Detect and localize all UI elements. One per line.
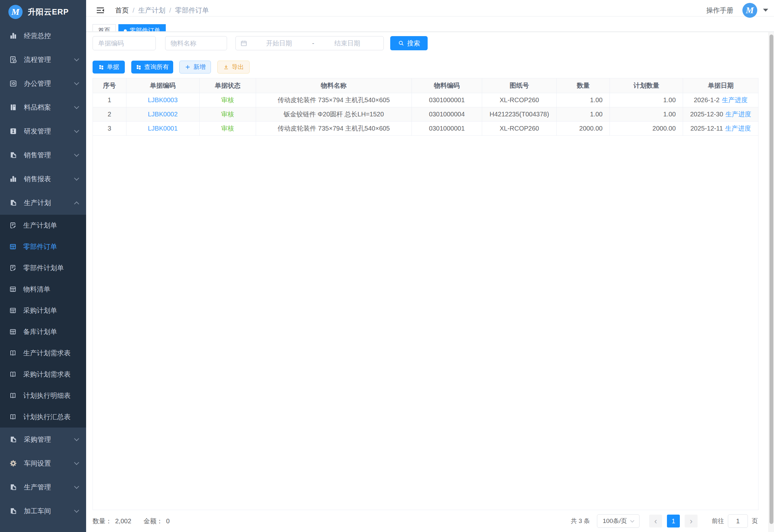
flow-doc-icon [9, 55, 17, 64]
material-name-cell: 传动皮轮装件 735×794 主机孔540×605 [256, 121, 412, 135]
sidebar-item-workshop-settings[interactable]: 车间设置 [0, 451, 86, 475]
col-header-drawing-no: 图纸号 [482, 78, 557, 93]
table-icon [9, 285, 17, 293]
sidebar-item-plan-exec-summary[interactable]: 计划执行汇总表 [0, 406, 86, 428]
pages-icon [9, 483, 17, 491]
pages-icon [9, 435, 17, 444]
avatar[interactable]: M [742, 3, 757, 18]
sidebar-item-plan-exec-detail[interactable]: 计划执行明细表 [0, 385, 86, 406]
document-edit-icon [9, 222, 17, 229]
open-book-icon [9, 413, 17, 421]
summary: 数量： 2,002 金额： 0 [93, 517, 170, 526]
scrollbar-thumb[interactable] [769, 34, 773, 524]
table-row: 2 LJBK0002 审核 钣金铰链件 Φ20圆杆 总长LH=1520 0301… [93, 107, 758, 121]
manual-link[interactable]: 操作手册 [706, 6, 733, 15]
date-range-picker[interactable]: 开始日期 - 结束日期 [235, 36, 384, 50]
grid-icon [136, 64, 142, 70]
production-progress-link[interactable]: 生产进度 [722, 96, 748, 103]
search-button[interactable]: 搜索 [390, 36, 428, 50]
sidebar-item-stock-plan-order[interactable]: 备库计划单 [0, 321, 86, 342]
status-badge: 审核 [221, 96, 234, 103]
col-header-index: 序号 [93, 78, 126, 93]
tab-home[interactable]: 首页 [93, 24, 116, 31]
next-page-button[interactable]: › [685, 515, 698, 527]
doc-code-link[interactable]: LJBK0001 [148, 125, 177, 132]
page-size-select[interactable]: 100条/页 [597, 514, 640, 528]
sidebar-collapse-icon[interactable] [96, 6, 105, 14]
material-code-cell: 0301000004 [412, 107, 482, 121]
date-text: 2025-12-30 [690, 111, 723, 118]
export-button[interactable]: 导出 [217, 61, 250, 74]
col-header-material-code: 物料编码 [412, 78, 482, 93]
sidebar-item-purchase-plan-demand[interactable]: 采购计划需求表 [0, 364, 86, 385]
material-name-cell: 传动皮轮装件 735×794 主机孔540×605 [256, 93, 412, 107]
open-book-icon [9, 392, 17, 399]
planned-quantity-cell: 1.00 [610, 93, 683, 107]
navbar: 首页 / 生产计划 / 零部件订单 操作手册 M [86, 0, 774, 16]
chevron-down-icon [74, 436, 79, 441]
sidebar-item-office-mgmt[interactable]: 办公管理 [0, 72, 86, 95]
production-progress-link[interactable]: 生产进度 [725, 125, 751, 132]
doc-button[interactable]: 单据 [93, 61, 125, 74]
material-code-cell: 0301000001 [412, 93, 482, 107]
sidebar-item-parts-plan-order[interactable]: 零部件计划单 [0, 257, 86, 279]
amount-total-value: 0 [166, 517, 170, 525]
material-code-cell: 0301000001 [412, 121, 482, 135]
row-index: 2 [93, 107, 126, 121]
navbar-right: 操作手册 M [706, 3, 768, 18]
main-area: 首页 / 生产计划 / 零部件订单 操作手册 M 首页 零部件订单 开始日期 [86, 0, 774, 532]
page-number-button[interactable]: 1 [667, 515, 680, 527]
book-icon [9, 103, 17, 112]
breadcrumb: 首页 / 生产计划 / 零部件订单 [115, 6, 209, 15]
material-name-cell: 钣金铰链件 Φ20圆杆 总长LH=1520 [256, 107, 412, 121]
quantity-cell: 1.00 [557, 107, 610, 121]
query-all-button[interactable]: 查询所有 [131, 61, 173, 74]
sidebar-item-processing-workshop[interactable]: 加工车间 [0, 499, 86, 523]
add-button[interactable]: 新增 [179, 61, 211, 74]
sidebar-item-sales-report[interactable]: 销售报表 [0, 167, 86, 191]
sidebar-item-material-archive[interactable]: 料品档案 [0, 95, 86, 119]
breadcrumb-home[interactable]: 首页 [115, 6, 129, 15]
table-header-row: 序号 单据编码 单据状态 物料名称 物料编码 图纸号 数量 计划数量 单据日期 [93, 78, 758, 93]
breadcrumb-separator: / [169, 6, 171, 14]
sidebar-item-production-plan[interactable]: 生产计划 [0, 191, 86, 215]
sidebar-item-purchase-mgmt[interactable]: 采购管理 [0, 428, 86, 451]
doc-code-link[interactable]: LJBK0003 [148, 96, 177, 103]
production-progress-link[interactable]: 生产进度 [725, 111, 751, 118]
open-book-icon [9, 349, 17, 357]
sidebar-item-sales-mgmt[interactable]: 销售管理 [0, 143, 86, 167]
sidebar: M 升阳云ERP 经营总控 流程管理 办公管理 料品档案 研发管理 销售管理 销… [0, 0, 86, 532]
quantity-total-label: 数量： [93, 517, 112, 526]
sidebar-item-material-list[interactable]: 物料清单 [0, 279, 86, 300]
orders-table: 序号 单据编码 单据状态 物料名称 物料编码 图纸号 数量 计划数量 单据日期 … [93, 78, 759, 510]
sidebar-item-parts-order[interactable]: 零部件订单 [0, 236, 86, 257]
table-icon [9, 243, 17, 251]
sidebar-item-production-plan-order[interactable]: 生产计划单 [0, 215, 86, 236]
doc-code-input[interactable] [93, 36, 156, 50]
info-square-icon [9, 127, 17, 135]
avatar-dropdown-caret-icon[interactable] [763, 9, 768, 12]
doc-code-link[interactable]: LJBK0002 [148, 111, 177, 118]
sidebar-item-production-mgmt[interactable]: 生产管理 [0, 475, 86, 499]
tab-bar: 首页 零部件订单 [86, 16, 774, 31]
material-name-input[interactable] [165, 36, 227, 50]
footer-bar: 数量： 2,002 金额： 0 共 3 条 100条/页 ‹ 1 › 前往 页 [86, 510, 759, 532]
sidebar-item-rd-mgmt[interactable]: 研发管理 [0, 119, 86, 143]
planned-quantity-cell: 2000.00 [610, 121, 683, 135]
sidebar-item-purchase-plan-order[interactable]: 采购计划单 [0, 300, 86, 321]
sidebar-item-business-overview[interactable]: 经营总控 [0, 24, 86, 48]
content-panel: 开始日期 - 结束日期 搜索 单据 查询所有 新增 [86, 31, 774, 532]
chevron-down-icon [630, 518, 634, 523]
quantity-cell: 2000.00 [557, 121, 610, 135]
sidebar-item-production-plan-demand[interactable]: 生产计划需求表 [0, 342, 86, 364]
tab-parts-order[interactable]: 零部件订单 [118, 24, 166, 31]
pages-icon [9, 199, 17, 207]
breadcrumb-section[interactable]: 生产计划 [138, 6, 165, 15]
scrollbar-track[interactable] [769, 32, 774, 532]
prev-page-button[interactable]: ‹ [649, 515, 662, 527]
amount-total-label: 金额： [144, 517, 163, 526]
goto-page-input[interactable] [728, 514, 748, 528]
download-icon [223, 64, 229, 70]
sidebar-item-process-mgmt[interactable]: 流程管理 [0, 48, 86, 72]
row-index: 3 [93, 121, 126, 135]
